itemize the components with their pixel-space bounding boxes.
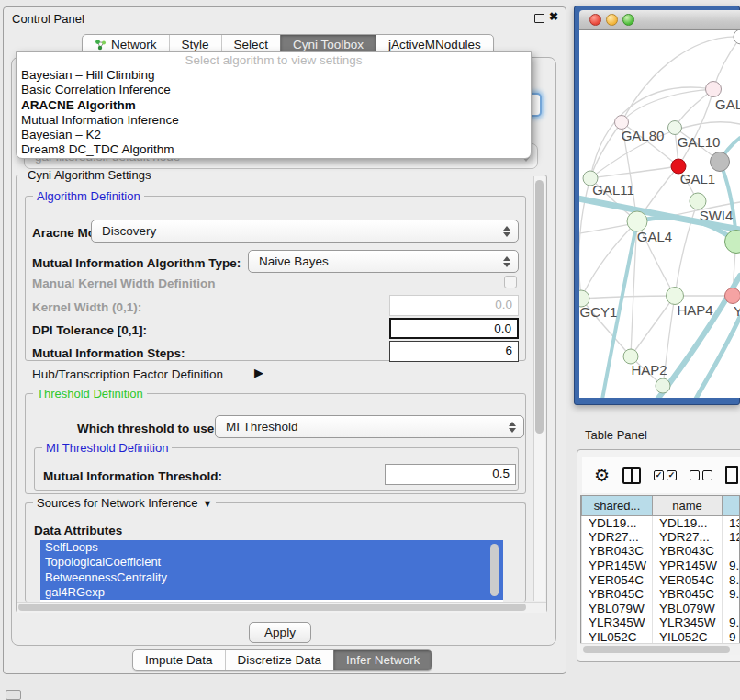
data-attributes-label: Data Attributes xyxy=(34,524,122,537)
close-traffic-light-icon[interactable] xyxy=(589,14,601,26)
table-cell: YER054C xyxy=(653,572,723,587)
table-cell xyxy=(723,544,740,559)
attribute-list-item[interactable]: BetweennessCentrality xyxy=(40,570,503,585)
mi-threshold-legend: MI Threshold Definition xyxy=(42,441,172,455)
table-header-row[interactable]: shared...nameA xyxy=(582,496,740,515)
dropdown-item[interactable]: Dream8 DC_TDC Algorithm xyxy=(17,142,531,157)
table-cell: YBR045C xyxy=(582,587,653,602)
table-cell: 9 xyxy=(723,630,740,643)
tab-infer-network[interactable]: Infer Network xyxy=(333,650,432,670)
dpi-tolerance-label: DPI Tolerance [0,1]: xyxy=(32,323,147,337)
network-node[interactable] xyxy=(725,288,740,304)
close-icon[interactable]: ✖ xyxy=(549,10,558,23)
network-node-label: GAL1 xyxy=(680,171,715,186)
tab-label: Discretize Data xyxy=(238,653,322,667)
network-node-label: GAL80 xyxy=(622,128,665,143)
table-row[interactable]: YDL19...YDL19...13 xyxy=(582,515,740,530)
which-threshold-combobox[interactable]: MI Threshold xyxy=(215,415,524,438)
expanded-arrow-icon[interactable]: ▼ xyxy=(203,498,213,509)
mi-threshold-label: Mutual Information Threshold: xyxy=(43,469,222,483)
collapsed-panel-icon[interactable] xyxy=(6,690,21,700)
table-cell: YIL052C xyxy=(653,630,723,643)
network-node[interactable] xyxy=(706,82,722,97)
table-cell: 12 xyxy=(723,530,740,545)
apply-button[interactable]: Apply xyxy=(249,622,311,643)
which-threshold-label: Which threshold to use: xyxy=(77,422,219,435)
which-threshold-value: MI Threshold xyxy=(226,420,298,434)
network-canvas[interactable]: GALGAL80GAL10GAL1GAL11SWI4GAL4GCY1HAP4YH… xyxy=(579,30,740,398)
gear-icon[interactable]: ⚙ xyxy=(594,467,610,484)
dropdown-item[interactable]: ARACNE Algorithm xyxy=(17,98,531,113)
attributes-list-scrollbar-thumb[interactable] xyxy=(490,544,499,596)
dpi-tolerance-field[interactable]: 0.0 xyxy=(389,318,519,339)
table-row[interactable]: YBR045CYBR045C9. xyxy=(582,587,740,602)
table-cell: YPR145W xyxy=(582,559,653,573)
minimize-traffic-light-icon[interactable] xyxy=(606,14,618,26)
network-node-label: SWI4 xyxy=(700,208,734,223)
network-edge[interactable] xyxy=(590,122,622,178)
hub-definition-label[interactable]: Hub/Transcription Factor Definition xyxy=(32,367,223,381)
zoom-traffic-light-icon[interactable] xyxy=(622,14,634,26)
table-cell xyxy=(723,602,740,616)
network-node-label: GAL4 xyxy=(637,229,672,244)
attribute-list-item[interactable]: TopologicalCoefficient xyxy=(40,555,503,570)
network-node[interactable] xyxy=(656,378,670,393)
new-table-icon[interactable] xyxy=(725,466,738,484)
table-row[interactable]: YPR145WYPR145W9. xyxy=(582,559,740,573)
data-attributes-list: SelfLoopsTopologicalCoefficientBetweenne… xyxy=(40,540,503,602)
cyni-bottom-tabs: Impute DataDiscretize DataInfer Network xyxy=(132,649,432,671)
tab-impute-data[interactable]: Impute Data xyxy=(133,650,225,670)
mi-steps-field[interactable]: 6 xyxy=(389,341,519,362)
settings-horizontal-scrollbar-thumb[interactable] xyxy=(18,604,526,611)
mi-threshold-field[interactable]: 0.5 xyxy=(385,464,516,485)
table-cell: YLR345W xyxy=(582,615,653,630)
dropdown-item[interactable]: Bayesian – Hill Climbing xyxy=(17,68,531,83)
table-horizontal-scrollbar-thumb[interactable] xyxy=(583,646,730,653)
manual-kernel-checkbox[interactable] xyxy=(504,276,517,288)
table-row[interactable]: YER054CYER054C8. xyxy=(582,572,740,587)
kernel-width-field[interactable]: 0.0 xyxy=(389,295,519,316)
combo-arrows-icon xyxy=(509,422,517,433)
table-row[interactable]: YBL079WYBL079W xyxy=(582,602,740,616)
tab-label: Cyni Toolbox xyxy=(293,38,364,51)
combo-arrows-icon xyxy=(503,226,511,237)
network-node-label: Y xyxy=(734,303,740,319)
tab-discretize-data[interactable]: Discretize Data xyxy=(225,650,334,670)
settings-vertical-scrollbar-thumb[interactable] xyxy=(535,180,544,434)
network-edge[interactable] xyxy=(622,89,713,122)
table-row[interactable]: YBR043CYBR043C xyxy=(582,544,740,559)
dropdown-item[interactable]: Basic Correlation Inference xyxy=(17,83,531,97)
algorithm-dropdown-popup: Select algorithm to view settings Bayesi… xyxy=(16,51,532,159)
table-cell: YBL079W xyxy=(582,602,653,616)
table-row[interactable]: YLR345WYLR345W9. xyxy=(582,615,740,630)
network-node[interactable] xyxy=(711,152,730,172)
table-cell: YPR145W xyxy=(653,559,723,573)
network-node[interactable] xyxy=(668,121,682,135)
table-row[interactable]: YIL052CYIL052C9 xyxy=(582,630,740,643)
attribute-list-item[interactable]: gal4RGexp xyxy=(40,585,503,600)
column-header[interactable]: shared... xyxy=(582,496,653,515)
mi-type-combobox[interactable]: Naive Bayes xyxy=(248,250,519,273)
table-cell: YBR043C xyxy=(653,544,723,559)
network-node[interactable] xyxy=(734,30,740,44)
network-window-titlebar[interactable] xyxy=(579,10,740,30)
column-header[interactable]: name xyxy=(653,496,723,515)
table-cell: YDL19... xyxy=(582,515,653,530)
aracne-mode-combobox[interactable]: Discovery xyxy=(91,220,519,243)
mi-type-value: Naive Bayes xyxy=(259,254,329,268)
column-header[interactable]: A xyxy=(723,496,740,515)
table-row[interactable]: YDR27...YDR27...12 xyxy=(582,530,740,545)
collapsed-arrow-icon[interactable]: ▶ xyxy=(254,366,263,379)
network-edge-highlighted[interactable] xyxy=(690,317,740,398)
dropdown-item[interactable]: Mutual Information Inference xyxy=(17,113,531,128)
tab-label: Impute Data xyxy=(145,653,213,667)
attribute-list-item[interactable]: SelfLoops xyxy=(40,540,503,555)
network-edge[interactable] xyxy=(713,37,740,89)
dropdown-item[interactable]: Bayesian – K2 xyxy=(17,128,531,142)
deselect-all-columns-icon[interactable] xyxy=(690,470,712,480)
columns-icon[interactable] xyxy=(622,467,641,484)
network-node-label: HAP4 xyxy=(677,302,712,318)
network-edge[interactable] xyxy=(581,296,675,299)
select-all-columns-icon[interactable]: ✓✓ xyxy=(654,470,677,480)
float-window-icon[interactable] xyxy=(534,14,544,23)
